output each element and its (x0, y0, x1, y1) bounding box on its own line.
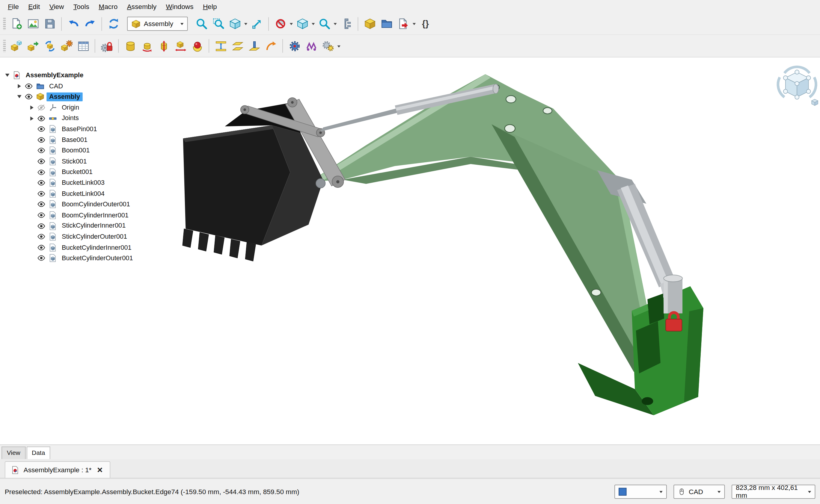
joint-angle-button[interactable] (263, 38, 279, 54)
visibility-eye-icon[interactable] (37, 232, 49, 241)
document-tab[interactable]: AssemblyExample : 1* (5, 461, 110, 478)
tree-item-stickcylinderouter001[interactable]: StickCylinderOuter001 (0, 231, 162, 242)
menu-assembly[interactable]: Assembly (122, 1, 161, 12)
zoom-tools-button[interactable] (317, 16, 332, 31)
align-view-button[interactable] (249, 16, 265, 31)
menu-help[interactable]: Help (198, 1, 222, 12)
undo-button[interactable] (65, 16, 81, 31)
visibility-eye-icon[interactable] (37, 190, 49, 198)
chevron-down-icon[interactable] (334, 23, 337, 27)
visibility-eye-icon[interactable] (37, 114, 49, 122)
visibility-eye-icon[interactable] (37, 157, 49, 166)
navigation-mini-cube-icon[interactable] (812, 99, 818, 105)
zoom-selection-button[interactable] (210, 16, 226, 31)
visibility-eye-icon[interactable] (37, 136, 49, 144)
fit-all-button[interactable] (193, 16, 209, 31)
chevron-down-icon[interactable] (244, 23, 247, 27)
color-style-selector[interactable] (614, 485, 667, 499)
3d-viewport[interactable]: AssemblyExample CAD Assembly Origin (0, 57, 820, 444)
expand-arrow[interactable] (27, 103, 37, 112)
navigation-cube[interactable] (778, 67, 818, 105)
visibility-eye-icon[interactable] (37, 211, 49, 220)
tree-item-base001[interactable]: Base001 (0, 134, 162, 145)
measure-button[interactable] (338, 16, 354, 31)
menu-tools[interactable]: Tools (69, 1, 94, 12)
tree-item-boomcylinderouter001[interactable]: BoomCylinderOuter001 (0, 199, 162, 210)
tree-item-stick001[interactable]: Stick001 (0, 156, 162, 167)
toolbar-drag-handle[interactable] (3, 40, 6, 52)
joint-cylindrical-button[interactable] (156, 38, 171, 54)
visibility-eye-off-icon[interactable] (37, 103, 49, 112)
visibility-eye-icon[interactable] (37, 168, 49, 176)
tree-item-assemblyexample[interactable]: AssemblyExample (0, 70, 162, 81)
expand-arrow[interactable] (14, 82, 25, 90)
tree-item-bucketcylinderouter001[interactable]: BucketCylinderOuter001 (0, 253, 162, 264)
menu-windows[interactable]: Windows (161, 1, 198, 12)
tab-data[interactable]: Data (27, 447, 50, 459)
expand-arrow[interactable] (2, 71, 13, 80)
tree-item-stickcylinderinner001[interactable]: StickCylinderInner001 (0, 221, 162, 231)
new-document-button[interactable] (8, 16, 24, 31)
tree-item-joints[interactable]: Joints (0, 113, 162, 124)
visibility-eye-icon[interactable] (37, 222, 49, 230)
visibility-eye-icon[interactable] (25, 93, 36, 101)
toolbar-drag-handle[interactable] (3, 17, 6, 30)
clipping-plane-button[interactable] (273, 16, 288, 31)
visibility-eye-icon[interactable] (37, 146, 49, 155)
tab-view[interactable]: View (1, 447, 25, 459)
joint-perpendicular-button[interactable] (246, 38, 262, 54)
insert-component-button[interactable] (25, 38, 41, 54)
visibility-eye-icon[interactable] (37, 200, 49, 209)
tree-item-bucketcylinderinner001[interactable]: BucketCylinderInner001 (0, 242, 162, 253)
menu-edit[interactable]: Edit (23, 1, 45, 12)
joint-slider-button[interactable] (172, 38, 188, 54)
toggle-grounded-button[interactable] (99, 38, 114, 54)
joint-parallel-button[interactable] (230, 38, 245, 54)
tree-item-basepin001[interactable]: BasePin001 (0, 124, 162, 134)
solve-assembly-button[interactable] (42, 38, 57, 54)
view-dimensions-selector[interactable]: 823,28 mm x 402,61 mm (732, 485, 815, 499)
chevron-down-icon[interactable] (337, 45, 340, 49)
expression-editor-button[interactable] (417, 16, 433, 31)
tree-item-boomcylinderinner001[interactable]: BoomCylinderInner001 (0, 210, 162, 221)
navigation-style-selector[interactable]: CAD (674, 485, 725, 499)
redo-button[interactable] (82, 16, 98, 31)
visibility-eye-icon[interactable] (25, 82, 36, 90)
tree-item-origin[interactable]: Origin (0, 102, 162, 113)
create-assembly-button[interactable] (8, 38, 24, 54)
visibility-eye-icon[interactable] (37, 243, 49, 252)
refresh-button[interactable] (105, 16, 121, 31)
model-boom-bucket-pin[interactable] (316, 178, 325, 188)
selected-tree-label[interactable]: Assembly (46, 93, 83, 101)
visibility-eye-icon[interactable] (37, 125, 49, 133)
joint-fixed-button[interactable] (122, 38, 138, 54)
visibility-eye-icon[interactable] (37, 254, 49, 262)
visibility-eye-icon[interactable] (37, 179, 49, 187)
tree-item-boom001[interactable]: Boom001 (0, 145, 162, 156)
make-link-button[interactable] (395, 16, 411, 31)
tree-item-bucketlink004[interactable]: BucketLink004 (0, 188, 162, 199)
create-group-button[interactable] (379, 16, 394, 31)
model-base-pin[interactable] (664, 275, 683, 313)
tree-item-assembly[interactable]: Assembly (0, 92, 162, 102)
flexible-assembly-button[interactable] (58, 38, 74, 54)
joint-rack-pinion-button[interactable] (287, 38, 302, 54)
chevron-down-icon[interactable] (413, 23, 416, 27)
joint-gears-button[interactable] (320, 38, 336, 54)
joint-distance-button[interactable] (213, 38, 229, 54)
joint-ball-button[interactable] (189, 38, 205, 54)
workbench-selector[interactable]: Assembly (127, 17, 187, 31)
open-document-button[interactable] (25, 16, 41, 31)
expand-arrow[interactable] (27, 114, 37, 122)
chevron-down-icon[interactable] (312, 23, 315, 27)
tree-item-bucketlink003[interactable]: BucketLink003 (0, 178, 162, 188)
menu-macro[interactable]: Macro (94, 1, 122, 12)
menu-file[interactable]: File (3, 1, 23, 12)
save-document-button[interactable] (42, 16, 57, 31)
bill-of-materials-button[interactable] (75, 38, 91, 54)
joint-revolute-button[interactable] (139, 38, 155, 54)
tree-item-bucket001[interactable]: Bucket001 (0, 167, 162, 178)
expand-arrow[interactable] (14, 93, 25, 101)
menu-view[interactable]: View (45, 1, 69, 12)
joint-belt-button[interactable] (303, 38, 319, 54)
